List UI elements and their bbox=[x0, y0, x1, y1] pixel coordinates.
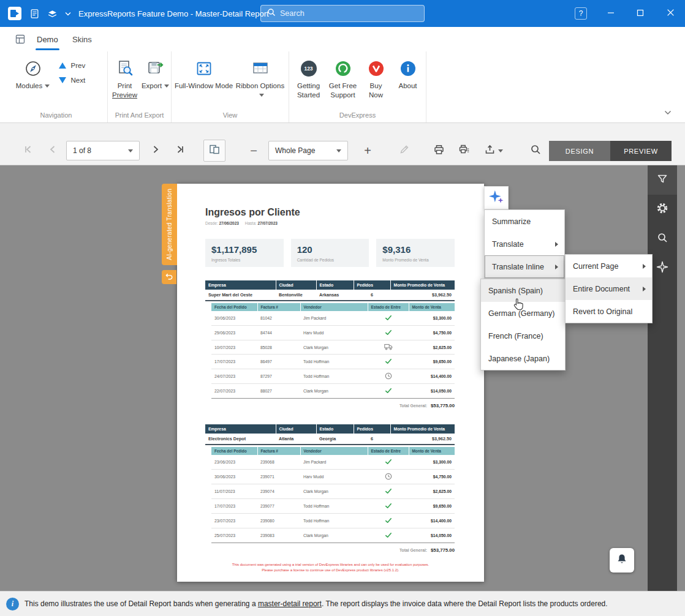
order-date-cell: 30/06/2023 bbox=[211, 470, 257, 484]
settings-button[interactable] bbox=[648, 195, 677, 224]
delivery-status-cell bbox=[368, 340, 409, 355]
quick-print-icon bbox=[458, 144, 470, 158]
cursor-pointer bbox=[512, 297, 525, 314]
layers-icon[interactable] bbox=[47, 9, 58, 19]
buy-now-button[interactable]: Buy Now bbox=[360, 57, 392, 100]
print-preview-button[interactable]: Print Preview bbox=[109, 57, 141, 100]
ribbon-options-button[interactable]: Ribbon Options bbox=[234, 57, 287, 100]
delivery-status-cell bbox=[368, 384, 409, 399]
last-page-button[interactable] bbox=[169, 140, 191, 162]
amount-cell: $14,050.00 bbox=[409, 384, 455, 399]
multipage-view-button[interactable] bbox=[203, 140, 225, 162]
from-label: Desde: bbox=[205, 221, 218, 225]
report-document-icon[interactable] bbox=[29, 9, 40, 19]
status-link[interactable]: master-detail report bbox=[258, 599, 322, 608]
modules-button[interactable]: Modules bbox=[7, 57, 59, 91]
menu-item-entire-document[interactable]: Entire Document bbox=[566, 277, 652, 300]
card-label: Ingresos Totales bbox=[211, 258, 278, 262]
get-free-support-button[interactable]: Get Free Support bbox=[326, 57, 360, 100]
detail-row: 29/06/202384744Harv Mudd$4,750.00 bbox=[211, 326, 455, 340]
menu-item-japanese[interactable]: Japanese (Japan) bbox=[481, 347, 565, 370]
get-free-support-label: Get Free Support bbox=[326, 81, 360, 100]
edit-button[interactable] bbox=[393, 140, 415, 162]
detail-row: 22/07/202388027Clark Morgan$14,050.00 bbox=[211, 384, 455, 399]
about-label: About bbox=[398, 81, 417, 91]
menu-item-french[interactable]: French (France) bbox=[481, 325, 565, 347]
prev-button[interactable]: Prev bbox=[59, 62, 105, 69]
zoom-out-button[interactable]: − bbox=[243, 140, 265, 162]
undo-translation-button[interactable] bbox=[162, 270, 176, 284]
menu-item-label: French (France) bbox=[488, 332, 543, 340]
first-page-button[interactable] bbox=[17, 140, 39, 162]
order-date-cell: 25/07/2023 bbox=[211, 528, 257, 543]
master-table: Empresa Ciudad Estado Pedidos Monto Prom… bbox=[205, 280, 455, 301]
qat-customize-chevron-icon[interactable] bbox=[65, 12, 71, 16]
master-header: Ciudad bbox=[276, 280, 316, 290]
export-button[interactable]: Export bbox=[141, 57, 170, 91]
report-title: Ingresos por Cliente bbox=[205, 207, 455, 218]
detail-table: Fecha del Pedido Factura # Vendedor Esta… bbox=[211, 447, 455, 543]
vendor-cell: Todd Hoffman bbox=[300, 514, 368, 528]
search-panel-button[interactable] bbox=[648, 224, 677, 254]
avg-sale-cell: $3,962.50 bbox=[390, 434, 455, 445]
app-logo-icon[interactable] bbox=[7, 6, 22, 21]
print-preview-label-line1: Print bbox=[118, 82, 132, 89]
getting-started-button[interactable]: 123 Getting Started bbox=[292, 57, 326, 100]
export-document-button[interactable] bbox=[479, 140, 507, 162]
next-button[interactable]: Next bbox=[59, 77, 105, 84]
report-page: Ingresos por Cliente Desde: 27/06/2023 H… bbox=[177, 184, 484, 582]
detail-row: 25/07/2023239083Clark Morgan$14,050.00 bbox=[211, 528, 455, 543]
full-window-icon bbox=[195, 59, 213, 78]
tab-skins[interactable]: Skins bbox=[72, 27, 92, 51]
menu-item-label: Current Page bbox=[573, 262, 618, 271]
ai-translation-tab-label: AI-generated Translation bbox=[166, 189, 173, 260]
search-input[interactable] bbox=[280, 9, 418, 18]
search-icon bbox=[657, 232, 668, 246]
document-search-button[interactable] bbox=[524, 140, 547, 162]
tab-demo[interactable]: Demo bbox=[37, 27, 58, 51]
help-button[interactable]: ? bbox=[569, 0, 593, 27]
design-button[interactable]: DESIGN bbox=[549, 141, 610, 161]
menu-item-current-page[interactable]: Current Page bbox=[566, 255, 652, 277]
minimize-button[interactable] bbox=[597, 0, 625, 27]
card-value: $1,117,895 bbox=[211, 244, 278, 255]
amount-cell: $3,300.00 bbox=[409, 455, 455, 470]
prev-page-button[interactable] bbox=[42, 140, 64, 162]
summary-cards: $1,117,895 Ingresos Totales 120 Cantidad… bbox=[205, 239, 455, 267]
vendor-cell: Harv Mudd bbox=[300, 470, 368, 484]
menu-item-summarize[interactable]: Summarize bbox=[485, 210, 564, 233]
info-icon: i bbox=[6, 598, 19, 610]
ai-assistant-button[interactable] bbox=[484, 186, 509, 209]
plus-icon: + bbox=[364, 144, 371, 158]
menu-item-label: Translate Inline bbox=[492, 263, 544, 271]
invoice-cell: 88027 bbox=[257, 384, 300, 399]
preview-button[interactable]: PREVIEW bbox=[610, 141, 672, 161]
zoom-in-button[interactable]: + bbox=[357, 140, 379, 162]
next-page-button[interactable] bbox=[145, 140, 167, 162]
getting-started-icon: 123 bbox=[301, 61, 317, 77]
full-window-mode-button[interactable]: Full-Window Mode bbox=[174, 57, 234, 91]
page-select[interactable]: 1 of 8 bbox=[66, 141, 140, 160]
filter-button[interactable] bbox=[648, 165, 677, 195]
about-button[interactable]: About bbox=[392, 57, 424, 91]
check-icon bbox=[385, 491, 392, 495]
menu-item-translate-inline[interactable]: Translate Inline bbox=[485, 255, 564, 278]
menu-item-translate[interactable]: Translate bbox=[485, 233, 564, 255]
zoom-select[interactable]: Whole Page bbox=[268, 141, 348, 160]
application-menu-icon[interactable] bbox=[15, 34, 26, 47]
ai-translation-tab[interactable]: AI-generated Translation bbox=[162, 184, 177, 265]
check-icon bbox=[385, 506, 392, 510]
vendor-cell: Jim Packard bbox=[300, 455, 368, 470]
check-icon bbox=[385, 318, 392, 322]
ribbon-collapse-chevron-icon[interactable] bbox=[664, 107, 672, 118]
search-box[interactable] bbox=[260, 5, 425, 22]
delivery-status-cell bbox=[368, 369, 409, 384]
notification-bell-button[interactable] bbox=[610, 548, 634, 573]
close-button[interactable] bbox=[656, 0, 685, 27]
print-button[interactable] bbox=[428, 140, 450, 162]
menu-item-revert-to-original[interactable]: Revert to Original bbox=[566, 300, 652, 323]
quick-print-button[interactable] bbox=[453, 140, 475, 162]
card-label: Cantidad de Pedidos bbox=[297, 258, 363, 262]
last-page-icon bbox=[175, 144, 186, 157]
maximize-button[interactable] bbox=[626, 0, 654, 27]
